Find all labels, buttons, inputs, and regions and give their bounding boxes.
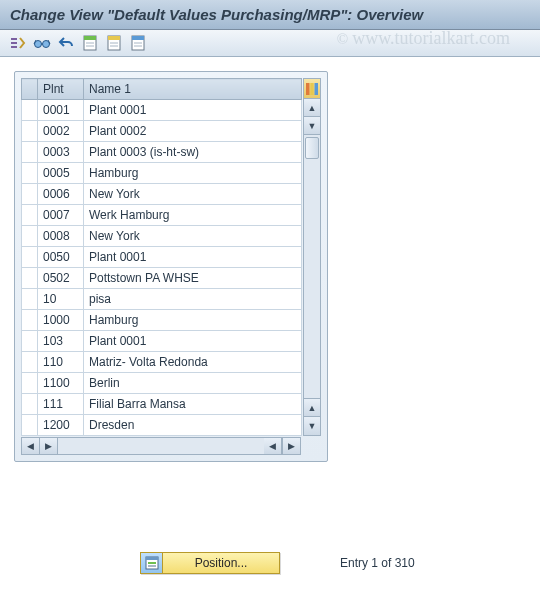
row-selector[interactable]: [22, 247, 38, 268]
cell-plnt[interactable]: 0001: [38, 100, 84, 121]
scroll-left-icon[interactable]: ◀: [22, 438, 40, 454]
scroll-page-left-icon[interactable]: ▶: [40, 438, 58, 454]
cell-plnt[interactable]: 0050: [38, 247, 84, 268]
cell-name[interactable]: Plant 0001: [84, 331, 302, 352]
cell-plnt[interactable]: 0008: [38, 226, 84, 247]
data-table: Plnt Name 1 0001Plant 00010002Plant 0002…: [21, 78, 302, 436]
row-selector[interactable]: [22, 205, 38, 226]
table-row[interactable]: 0050Plant 0001: [22, 247, 302, 268]
cell-name[interactable]: Dresden: [84, 415, 302, 436]
row-selector[interactable]: [22, 415, 38, 436]
table-row[interactable]: 0005Hamburg: [22, 163, 302, 184]
table-row[interactable]: 111Filial Barra Mansa: [22, 394, 302, 415]
toolbar: [0, 30, 540, 57]
scroll-track[interactable]: [304, 135, 320, 399]
table-row[interactable]: 0007Werk Hamburg: [22, 205, 302, 226]
cell-name[interactable]: Filial Barra Mansa: [84, 394, 302, 415]
cell-plnt[interactable]: 0006: [38, 184, 84, 205]
sheet-green-icon[interactable]: [80, 33, 100, 53]
cell-name[interactable]: New York: [84, 184, 302, 205]
cell-plnt[interactable]: 103: [38, 331, 84, 352]
cell-name[interactable]: Pottstown PA WHSE: [84, 268, 302, 289]
scroll-page-down-icon[interactable]: ▲: [304, 399, 320, 417]
scroll-page-up-icon[interactable]: ▼: [304, 117, 320, 135]
cell-plnt[interactable]: 0005: [38, 163, 84, 184]
cell-name[interactable]: Hamburg: [84, 310, 302, 331]
table-row[interactable]: 1000Hamburg: [22, 310, 302, 331]
row-selector[interactable]: [22, 310, 38, 331]
row-selector[interactable]: [22, 268, 38, 289]
sheet-yellow-icon[interactable]: [104, 33, 124, 53]
cell-plnt[interactable]: 0003: [38, 142, 84, 163]
cell-plnt[interactable]: 1000: [38, 310, 84, 331]
cell-name[interactable]: Plant 0002: [84, 121, 302, 142]
vertical-scrollbar[interactable]: ▲ ▼ ▲ ▼: [303, 78, 321, 436]
cell-name[interactable]: Plant 0003 (is-ht-sw): [84, 142, 302, 163]
cell-name[interactable]: Berlin: [84, 373, 302, 394]
cell-name[interactable]: Matriz- Volta Redonda: [84, 352, 302, 373]
cell-plnt[interactable]: 0502: [38, 268, 84, 289]
table-row[interactable]: 0008New York: [22, 226, 302, 247]
undo-icon[interactable]: [56, 33, 76, 53]
cell-name[interactable]: Hamburg: [84, 163, 302, 184]
cell-plnt[interactable]: 1200: [38, 415, 84, 436]
cell-plnt[interactable]: 0002: [38, 121, 84, 142]
cell-plnt[interactable]: 1100: [38, 373, 84, 394]
cell-name[interactable]: New York: [84, 226, 302, 247]
cell-name[interactable]: Plant 0001: [84, 100, 302, 121]
table-row[interactable]: 1200Dresden: [22, 415, 302, 436]
table-row[interactable]: 0002Plant 0002: [22, 121, 302, 142]
svg-rect-9: [310, 83, 314, 95]
column-header-name[interactable]: Name 1: [84, 79, 302, 100]
table-row[interactable]: 0502Pottstown PA WHSE: [22, 268, 302, 289]
svg-rect-13: [148, 562, 156, 564]
table-container: Plnt Name 1 0001Plant 00010002Plant 0002…: [14, 71, 328, 462]
scroll-right-icon[interactable]: ▶: [282, 438, 300, 454]
entry-status: Entry 1 of 310: [340, 556, 415, 570]
sheet-blue-icon[interactable]: [128, 33, 148, 53]
scroll-page-right-icon[interactable]: ◀: [264, 438, 282, 454]
toggle-icon[interactable]: [8, 33, 28, 53]
row-selector[interactable]: [22, 289, 38, 310]
row-selector[interactable]: [22, 352, 38, 373]
cell-plnt[interactable]: 0007: [38, 205, 84, 226]
scroll-up-icon[interactable]: ▲: [304, 99, 320, 117]
row-selector[interactable]: [22, 100, 38, 121]
svg-rect-8: [306, 83, 310, 95]
table-row[interactable]: 1100Berlin: [22, 373, 302, 394]
table-row[interactable]: 0003Plant 0003 (is-ht-sw): [22, 142, 302, 163]
table-row[interactable]: 0006New York: [22, 184, 302, 205]
svg-rect-12: [146, 557, 158, 560]
scroll-down-icon[interactable]: ▼: [304, 417, 320, 435]
row-selector[interactable]: [22, 226, 38, 247]
position-button-label: Position...: [163, 556, 279, 570]
horizontal-scrollbar[interactable]: ◀ ▶ ◀ ▶: [21, 437, 301, 455]
table-row[interactable]: 103Plant 0001: [22, 331, 302, 352]
row-selector[interactable]: [22, 121, 38, 142]
cell-plnt[interactable]: 111: [38, 394, 84, 415]
row-selector[interactable]: [22, 142, 38, 163]
table-row[interactable]: 110Matriz- Volta Redonda: [22, 352, 302, 373]
cell-name[interactable]: Plant 0001: [84, 247, 302, 268]
row-selector[interactable]: [22, 373, 38, 394]
row-selector[interactable]: [22, 163, 38, 184]
row-selector[interactable]: [22, 394, 38, 415]
glasses-icon[interactable]: [32, 33, 52, 53]
select-all-header[interactable]: [22, 79, 38, 100]
table-row[interactable]: 10pisa: [22, 289, 302, 310]
row-selector[interactable]: [22, 331, 38, 352]
main-area: Plnt Name 1 0001Plant 00010002Plant 0002…: [0, 57, 540, 462]
scroll-thumb[interactable]: [305, 137, 319, 159]
cell-plnt[interactable]: 110: [38, 352, 84, 373]
configure-columns-icon[interactable]: [304, 79, 320, 99]
position-icon: [141, 553, 163, 573]
cell-name[interactable]: Werk Hamburg: [84, 205, 302, 226]
cell-plnt[interactable]: 10: [38, 289, 84, 310]
column-header-plnt[interactable]: Plnt: [38, 79, 84, 100]
row-selector[interactable]: [22, 184, 38, 205]
table-row[interactable]: 0001Plant 0001: [22, 100, 302, 121]
hscroll-track[interactable]: [58, 438, 264, 454]
svg-rect-5: [108, 36, 120, 40]
cell-name[interactable]: pisa: [84, 289, 302, 310]
position-button[interactable]: Position...: [140, 552, 280, 574]
